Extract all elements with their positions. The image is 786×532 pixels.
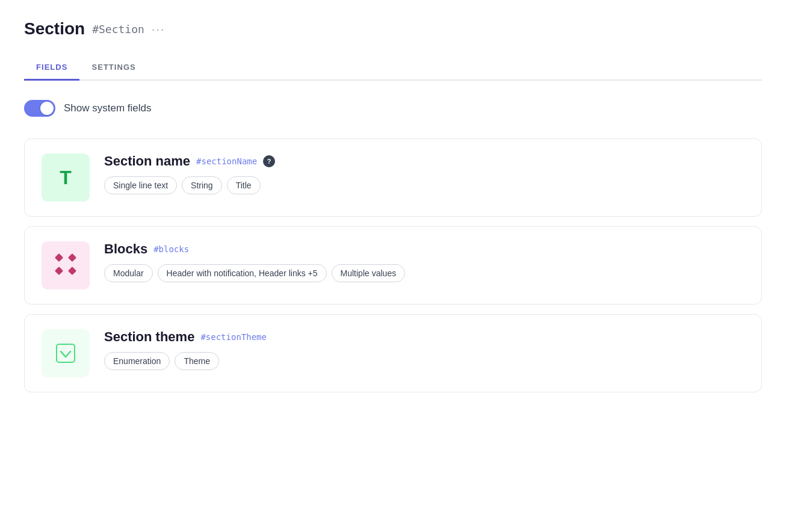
field-card-section-theme: Section theme #sectionTheme Enumeration … (24, 314, 762, 392)
tab-fields[interactable]: FIELDS (24, 55, 79, 81)
field-icon-section-name: T (42, 153, 90, 202)
field-content-blocks: Blocks #blocks Modular Header with notif… (104, 241, 744, 282)
tabs-bar: FIELDS SETTINGS (24, 55, 762, 81)
show-system-fields-toggle[interactable] (24, 100, 55, 117)
tag-single-line-text: Single line text (104, 176, 177, 194)
toggle-knob (40, 102, 54, 115)
page-title: Section (24, 19, 85, 39)
field-card-section-name: T Section name #sectionName ? Single lin… (24, 138, 762, 217)
tag-header-values: Header with notification, Header links +… (158, 264, 327, 282)
field-title-row-section-name: Section name #sectionName ? (104, 153, 744, 169)
show-system-fields-row: Show system fields (24, 100, 762, 117)
svg-rect-3 (68, 267, 76, 275)
tag-string: String (182, 176, 222, 194)
page-hash: #Section (92, 23, 144, 36)
field-name-section-name: Section name (104, 153, 190, 169)
tab-settings[interactable]: SETTINGS (79, 55, 147, 81)
tag-enumeration: Enumeration (104, 352, 170, 370)
page-header: Section #Section ··· (24, 19, 762, 39)
tag-multiple-values: Multiple values (332, 264, 406, 282)
field-icon-blocks (42, 241, 90, 289)
field-content-section-theme: Section theme #sectionTheme Enumeration … (104, 329, 744, 370)
tags-blocks: Modular Header with notification, Header… (104, 264, 744, 282)
tag-theme: Theme (175, 352, 219, 370)
field-title-row-blocks: Blocks #blocks (104, 241, 744, 257)
field-name-blocks: Blocks (104, 241, 147, 257)
more-options-icon[interactable]: ··· (152, 22, 166, 36)
tags-section-theme: Enumeration Theme (104, 352, 744, 370)
tag-modular: Modular (104, 264, 153, 282)
tags-section-name: Single line text String Title (104, 176, 744, 194)
field-title-row-section-theme: Section theme #sectionTheme (104, 329, 744, 345)
field-icon-section-theme (42, 329, 90, 377)
help-icon-section-name[interactable]: ? (263, 155, 275, 167)
field-card-blocks: Blocks #blocks Modular Header with notif… (24, 226, 762, 305)
tag-title: Title (227, 176, 261, 194)
svg-rect-1 (68, 253, 76, 262)
svg-rect-4 (57, 344, 75, 362)
field-hash-section-name: #sectionName (196, 156, 257, 166)
field-name-section-theme: Section theme (104, 329, 194, 345)
svg-rect-0 (55, 253, 63, 262)
svg-rect-2 (55, 267, 63, 275)
field-hash-section-theme: #sectionTheme (200, 332, 267, 342)
toggle-label: Show system fields (64, 102, 152, 114)
field-cards-list: T Section name #sectionName ? Single lin… (24, 138, 762, 392)
field-hash-blocks: #blocks (153, 244, 189, 254)
field-content-section-name: Section name #sectionName ? Single line … (104, 153, 744, 194)
